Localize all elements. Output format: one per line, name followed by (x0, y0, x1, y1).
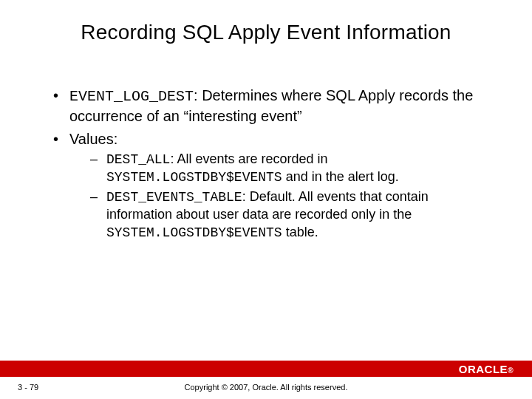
copyright-text: Copyright © 2007, Oracle. All rights res… (0, 383, 532, 392)
code-dest-events-table: DEST_EVENTS_TABLE (106, 190, 242, 205)
oracle-logo: ORACLE® (459, 363, 514, 375)
footer-band (0, 361, 532, 377)
bullet-item-2: Values: DEST_ALL: All events are recorde… (52, 129, 488, 242)
slide-title: Recording SQL Apply Event Information (0, 21, 532, 44)
code-system-logstdby-1: SYSTEM.LOGSTDBY$EVENTS (106, 170, 282, 185)
sub1-t2: and in the alert log. (282, 169, 399, 184)
bullet-item-1: EVENT_LOG_DEST: Determines where SQL App… (52, 86, 488, 126)
oracle-logo-text: ORACLE (459, 363, 508, 375)
slide-content: EVENT_LOG_DEST: Determines where SQL App… (52, 86, 488, 245)
bullet-2-label: Values: (69, 131, 117, 147)
slide: Recording SQL Apply Event Information EV… (0, 0, 532, 399)
sub-bullet-2: DEST_EVENTS_TABLE: Default. All events t… (90, 188, 488, 242)
code-event-log-dest: EVENT_LOG_DEST (69, 88, 194, 105)
sub-bullet-list: DEST_ALL: All events are recorded in SYS… (90, 151, 488, 242)
oracle-logo-dot: ® (508, 366, 514, 375)
code-system-logstdby-2: SYSTEM.LOGSTDBY$EVENTS (106, 225, 282, 240)
sub2-t2: table. (282, 225, 318, 239)
sub-bullet-1: DEST_ALL: All events are recorded in SYS… (90, 151, 488, 187)
bullet-list: EVENT_LOG_DEST: Determines where SQL App… (52, 86, 488, 242)
sub1-t1: : All events are recorded in (170, 151, 327, 166)
code-dest-all: DEST_ALL (106, 152, 170, 167)
